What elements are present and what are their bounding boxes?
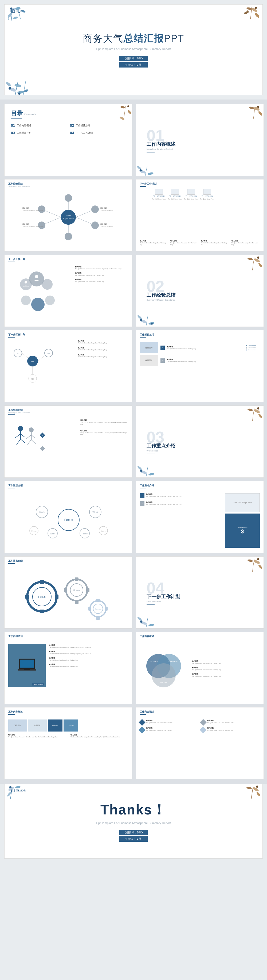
svg-point-29: [119, 116, 125, 121]
svg-point-76: [45, 296, 55, 305]
thanks-subtitle: Ppt Template For Business Atmosphere Sum…: [54, 821, 213, 825]
svg-line-95: [38, 356, 44, 361]
thanks-slide: A 蓝山办公 Thanks！ Ppt Template For Business…: [4, 784, 263, 859]
thanks-date-tag: 汇报日期：20XX: [119, 830, 148, 835]
plan-circles2-svg: No Yes No No: [7, 337, 71, 399]
svg-point-75: [31, 298, 44, 311]
svg-point-32: [127, 105, 129, 107]
svg-line-106: [21, 439, 25, 443]
svg-rect-152: [75, 601, 79, 604]
svg-text:Focus: Focus: [38, 595, 46, 598]
svg-text:A: A: [12, 790, 14, 792]
floral-deco-bl: [136, 149, 173, 176]
svg-point-21: [14, 84, 21, 88]
svg-text:Overview: Overview: [169, 660, 177, 662]
svg-line-89: [146, 315, 148, 326]
svg-point-42: [140, 169, 142, 172]
work-focus-label: Work Focus: [237, 527, 247, 528]
svg-point-7: [8, 19, 9, 20]
svg-point-162: [253, 559, 260, 564]
triple-circles-svg: Preview Overview Review: [140, 644, 188, 693]
svg-point-81: [258, 262, 263, 268]
svg-text:The Quick Brown Fox Jumps Over: The Quick Brown Fox Jumps Over: [22, 209, 43, 211]
svg-point-11: [246, 7, 252, 10]
next-plan-people-slide: 下一步工作计划 输入标题 The Quick Brown Fox Jumps O…: [4, 255, 133, 327]
toc-slide: 目录 Contents 01 工作内容概述 02 工作经验总结 03 工作重点介…: [4, 104, 133, 176]
svg-point-14: [255, 7, 257, 9]
floral-deco: [232, 104, 264, 128]
svg-line-112: [31, 440, 35, 444]
thanks-logo-text: 蓝山办公: [16, 789, 26, 792]
next-plan-circles2-slide: 下一步工作计划 No Yes No No 输入标题 The Quick Brow…: [4, 330, 133, 402]
logo: A 蓝山办公: [11, 9, 26, 13]
svg-point-55: [91, 205, 99, 213]
logo-text: 蓝山办公: [16, 10, 26, 13]
svg-point-185: [9, 786, 11, 788]
floral-deco: [106, 104, 132, 126]
svg-point-22: [8, 87, 11, 90]
svg-point-101: [18, 426, 23, 431]
work-exp-mindmap-slide: 工作经验总结 Summary Of Work Experience Work E…: [4, 179, 133, 251]
svg-point-165: [257, 558, 259, 560]
svg-rect-151: [75, 578, 79, 581]
svg-text:Work: Work: [39, 511, 45, 514]
svg-text:2: 2: [42, 447, 43, 450]
floral-deco-bl: [136, 448, 176, 477]
floral-deco: [229, 557, 264, 583]
svg-text:Yes: Yes: [31, 361, 34, 363]
mindmap-svg: Work Experience 输入标题 The Quick B: [20, 193, 117, 241]
svg-rect-154: [86, 588, 90, 592]
svg-point-30: [120, 106, 125, 108]
svg-text:Focus: Focus: [73, 589, 80, 592]
svg-line-171: [146, 617, 148, 628]
svg-text:The Quick Brown Fox: The Quick Brown Fox: [100, 209, 114, 211]
svg-line-26: [23, 80, 26, 95]
svg-point-163: [247, 559, 253, 562]
svg-rect-145: [40, 609, 44, 613]
next-plan-bubbles-slide: 下一步工作计划 下一步工作计划 The Quick Brown Fox... 下…: [136, 179, 264, 251]
svg-point-80: [247, 257, 253, 260]
svg-text:输入标题: 输入标题: [22, 207, 29, 209]
section03-slide: 03 工作重点介绍 Work Focus: [136, 406, 264, 478]
svg-point-120: [257, 407, 259, 409]
svg-text:The Quick Brown Fox Jumps Over: The Quick Brown Fox Jumps Over: [22, 226, 43, 227]
svg-line-25: [15, 81, 18, 95]
work-content-grid-slide: 工作内容概述 这里图片 这里图片 Content Content 输入标题 Th…: [4, 707, 133, 780]
svg-point-117: [253, 409, 260, 414]
svg-text:A: A: [12, 10, 14, 12]
svg-point-10: [251, 7, 258, 13]
section01-slide: 01 工作内容概述 Ideas Line Of Work Content: [136, 104, 264, 176]
svg-point-17: [8, 87, 17, 92]
floral-deco-bl: [136, 297, 176, 326]
work-content-circles-slide: 工作内容概述 Preview Overview Review 输入标题 Th: [136, 632, 264, 704]
svg-point-77: [25, 281, 27, 283]
work-content-diamonds-slide: 工作内容概述 输入标题 The Quick Brown Fox Jumps Ov…: [136, 707, 264, 780]
svg-point-118: [247, 408, 253, 411]
svg-line-192: [251, 787, 253, 799]
svg-point-57: [65, 194, 72, 202]
laptop-icon: [16, 657, 38, 673]
svg-line-103: [15, 434, 21, 438]
svg-point-164: [258, 564, 263, 570]
svg-point-191: [256, 786, 258, 788]
thanks-reporter-tag: 汇报人：某某: [119, 836, 148, 842]
svg-rect-158: [96, 599, 100, 602]
svg-text:No: No: [17, 353, 19, 355]
svg-line-109: [27, 435, 31, 439]
svg-text:Focus: Focus: [82, 533, 88, 535]
svg-line-16: [250, 7, 252, 19]
svg-point-18: [17, 91, 24, 94]
svg-point-24: [27, 89, 28, 91]
svg-point-54: [38, 221, 46, 229]
svg-text:Focus: Focus: [95, 608, 101, 610]
focus-circles-svg: Focus Work Work Focus Work Focus Work: [7, 490, 130, 549]
svg-point-4: [12, 16, 18, 20]
svg-point-189: [246, 786, 252, 789]
svg-point-31: [127, 110, 132, 115]
svg-point-82: [257, 256, 259, 259]
work-focus-photo-slide: 工作重点介绍 1 输入标题 The Quick Brown Fox Jumps …: [136, 481, 264, 553]
slides-grid: 目录 Contents 01 工作内容概述 02 工作经验总结 03 工作重点介…: [0, 100, 267, 784]
gears-svg: Focus Focus Focus: [10, 567, 127, 624]
svg-point-15: [247, 10, 248, 12]
svg-point-87: [140, 319, 142, 321]
